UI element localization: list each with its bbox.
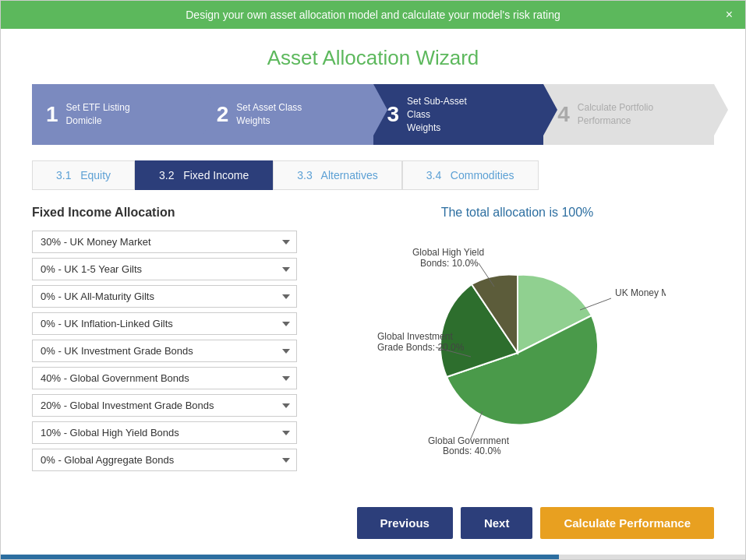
step-4-num: 4 [557,104,570,125]
tabs-container: 3.1 Equity 3.2 Fixed Income 3.3 Alternat… [32,160,714,190]
dropdown-uk-inflation[interactable]: 0% - UK Inflation-Linked Gilts [32,312,297,335]
tab-fixed-income[interactable]: 3.2 Fixed Income [135,160,273,190]
dropdown-uk-investment[interactable]: 0% - UK Investment Grade Bonds [32,340,297,362]
label-global-gov-2: Bonds: 40.0% [443,446,501,456]
dropdown-global-inv[interactable]: 20% - Global Investment Grade Bonds [32,394,297,417]
banner-text: Design your own asset allocation model a… [186,9,560,21]
footer: Previous Next Calculate Performance [1,491,745,555]
close-icon[interactable]: × [726,8,733,22]
step-1: 1 Set ETF ListingDomicile [32,84,203,145]
pie-chart: UK Money Market: 30.0% Global Government… [369,232,666,466]
dropdown-row-uk-investment: 0% - UK Investment Grade Bonds [32,340,297,362]
step-4-label: Calculate PortfolioPerformance [578,101,653,128]
progress-bar [1,555,559,559]
app-container: Design your own asset allocation model a… [0,0,746,560]
tab-commodities[interactable]: 3.4 Commodities [402,160,539,190]
dropdown-global-agg[interactable]: 0% - Global Aggregate Bonds [32,449,297,471]
label-uk-money: UK Money Market: 30.0% [615,287,666,298]
step-3-num: 3 [387,104,400,125]
dropdown-global-gov[interactable]: 40% - Global Government Bonds [32,367,297,389]
progress-bar-container [1,555,745,559]
dropdown-row-uk-inflation: 0% - UK Inflation-Linked Gilts [32,312,297,335]
allocation-total: The total allocation is 100% [441,206,594,220]
right-panel: The total allocation is 100% [320,206,714,491]
previous-button[interactable]: Previous [357,507,453,539]
step-1-num: 1 [46,104,58,125]
left-panel: Fixed Income Allocation 30% - UK Money M… [32,206,297,491]
left-panel-title: Fixed Income Allocation [32,206,297,220]
step-3-label: Set Sub-AssetClassWeights [407,95,467,134]
step-1-label: Set ETF ListingDomicile [66,101,130,128]
dropdown-row-global-gov: 40% - Global Government Bonds [32,367,297,389]
step-3: 3 Set Sub-AssetClassWeights [373,84,544,145]
dropdown-row-global-agg: 0% - Global Aggregate Bonds [32,449,297,471]
calculate-button[interactable]: Calculate Performance [540,507,714,539]
label-global-inv-2: Grade Bonds: 20.0% [377,342,465,353]
top-banner: Design your own asset allocation model a… [1,1,745,29]
label-global-gov: Global Government [428,435,510,446]
dropdown-row-uk-money: 30% - UK Money Market [32,231,297,253]
dropdown-uk-gilts-1-5[interactable]: 0% - UK 1-5 Year Gilts [32,258,297,280]
dropdown-row-global-inv: 20% - Global Investment Grade Bonds [32,394,297,417]
page-title: Asset Allocation Wizard [1,29,745,84]
step-2-num: 2 [217,104,229,125]
steps-container: 1 Set ETF ListingDomicile 2 Set Asset Cl… [32,84,714,145]
next-button[interactable]: Next [461,507,533,539]
step-2-label: Set Asset ClassWeights [236,101,302,128]
dropdown-row-uk-gilts-1-5: 0% - UK 1-5 Year Gilts [32,258,297,280]
dropdown-uk-gilts-all[interactable]: 0% - UK All-Maturity Gilts [32,285,297,308]
step-4: 4 Calculate PortfolioPerformance [543,84,714,145]
label-global-inv: Global Investment [377,331,453,342]
main-content: Fixed Income Allocation 30% - UK Money M… [32,206,714,491]
label-global-high: Global High Yield [412,247,484,258]
tab-equity[interactable]: 3.1 Equity [32,160,135,190]
tab-alternatives[interactable]: 3.3 Alternatives [273,160,402,190]
step-2: 2 Set Asset ClassWeights [203,84,373,145]
dropdown-uk-money[interactable]: 30% - UK Money Market [32,231,297,253]
label-global-high-2: Bonds: 10.0% [420,258,479,269]
dropdown-row-uk-gilts-all: 0% - UK All-Maturity Gilts [32,285,297,308]
dropdown-row-global-high: 10% - Global High Yield Bonds [32,421,297,444]
dropdown-global-high[interactable]: 10% - Global High Yield Bonds [32,421,297,444]
svg-line-1 [471,411,483,438]
